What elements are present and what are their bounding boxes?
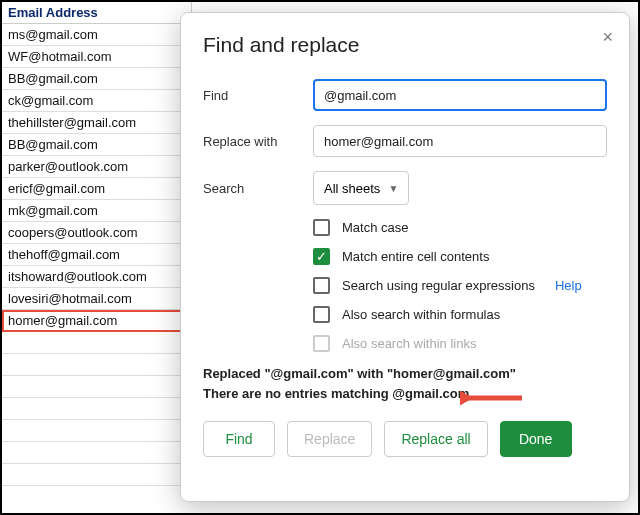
sheet-cell[interactable]: BB@gmail.com bbox=[2, 134, 192, 156]
sheet-cell[interactable] bbox=[2, 398, 192, 420]
sheet-cell[interactable]: homer@gmail.com bbox=[2, 310, 192, 332]
match-case-label: Match case bbox=[342, 220, 408, 235]
close-icon[interactable]: × bbox=[602, 27, 613, 48]
chevron-down-icon: ▼ bbox=[388, 183, 398, 194]
match-case-row[interactable]: Match case bbox=[313, 219, 607, 236]
find-label: Find bbox=[203, 88, 313, 103]
replace-with-label: Replace with bbox=[203, 134, 313, 149]
dialog-button-row: Find Replace Replace all Done bbox=[203, 421, 607, 457]
replace-all-button[interactable]: Replace all bbox=[384, 421, 487, 457]
links-row: Also search within links bbox=[313, 335, 607, 352]
search-scope-value: All sheets bbox=[324, 181, 380, 196]
formulas-row[interactable]: Also search within formulas bbox=[313, 306, 607, 323]
sheet-cell[interactable]: itshoward@outlook.com bbox=[2, 266, 192, 288]
formulas-label: Also search within formulas bbox=[342, 307, 500, 322]
regex-label: Search using regular expressions bbox=[342, 278, 535, 293]
sheet-cell[interactable]: WF@hotmail.com bbox=[2, 46, 192, 68]
sheet-cell[interactable]: BB@gmail.com bbox=[2, 68, 192, 90]
match-entire-row[interactable]: ✓ Match entire cell contents bbox=[313, 248, 607, 265]
search-label: Search bbox=[203, 181, 313, 196]
sheet-cell[interactable]: ericf@gmail.com bbox=[2, 178, 192, 200]
match-entire-checkbox[interactable]: ✓ bbox=[313, 248, 330, 265]
sheet-cell[interactable] bbox=[2, 354, 192, 376]
sheet-cell[interactable]: lovesiri@hotmail.com bbox=[2, 288, 192, 310]
sheet-cell[interactable] bbox=[2, 376, 192, 398]
status-message: Replaced "@gmail.com" with "homer@gmail.… bbox=[203, 364, 607, 403]
replace-input[interactable] bbox=[313, 125, 607, 157]
sheet-cell[interactable] bbox=[2, 464, 192, 486]
done-button[interactable]: Done bbox=[500, 421, 572, 457]
sheet-cell[interactable]: ck@gmail.com bbox=[2, 90, 192, 112]
regex-checkbox[interactable] bbox=[313, 277, 330, 294]
sheet-cell[interactable]: coopers@outlook.com bbox=[2, 222, 192, 244]
sheet-cell[interactable]: thehillster@gmail.com bbox=[2, 112, 192, 134]
match-case-checkbox[interactable] bbox=[313, 219, 330, 236]
status-line-1: Replaced "@gmail.com" with "homer@gmail.… bbox=[203, 364, 607, 384]
spreadsheet-column: Email Address ms@gmail.comWF@hotmail.com… bbox=[2, 2, 192, 486]
find-replace-dialog: × Find and replace Find Replace with Sea… bbox=[180, 12, 630, 502]
match-entire-label: Match entire cell contents bbox=[342, 249, 489, 264]
links-label: Also search within links bbox=[342, 336, 476, 351]
sheet-cell[interactable]: thehoff@gmail.com bbox=[2, 244, 192, 266]
formulas-checkbox[interactable] bbox=[313, 306, 330, 323]
links-checkbox bbox=[313, 335, 330, 352]
dialog-title: Find and replace bbox=[203, 33, 607, 57]
regex-row[interactable]: Search using regular expressions Help bbox=[313, 277, 607, 294]
sheet-cell[interactable]: parker@outlook.com bbox=[2, 156, 192, 178]
sheet-cell[interactable]: ms@gmail.com bbox=[2, 24, 192, 46]
help-link[interactable]: Help bbox=[555, 278, 582, 293]
sheet-cell[interactable] bbox=[2, 442, 192, 464]
find-input[interactable] bbox=[313, 79, 607, 111]
sheet-cell[interactable] bbox=[2, 420, 192, 442]
status-line-2: There are no entries matching @gmail.com bbox=[203, 384, 607, 404]
search-scope-dropdown[interactable]: All sheets ▼ bbox=[313, 171, 409, 205]
sheet-cell[interactable] bbox=[2, 332, 192, 354]
find-button[interactable]: Find bbox=[203, 421, 275, 457]
replace-button: Replace bbox=[287, 421, 372, 457]
column-header[interactable]: Email Address bbox=[2, 2, 192, 24]
sheet-cell[interactable]: mk@gmail.com bbox=[2, 200, 192, 222]
